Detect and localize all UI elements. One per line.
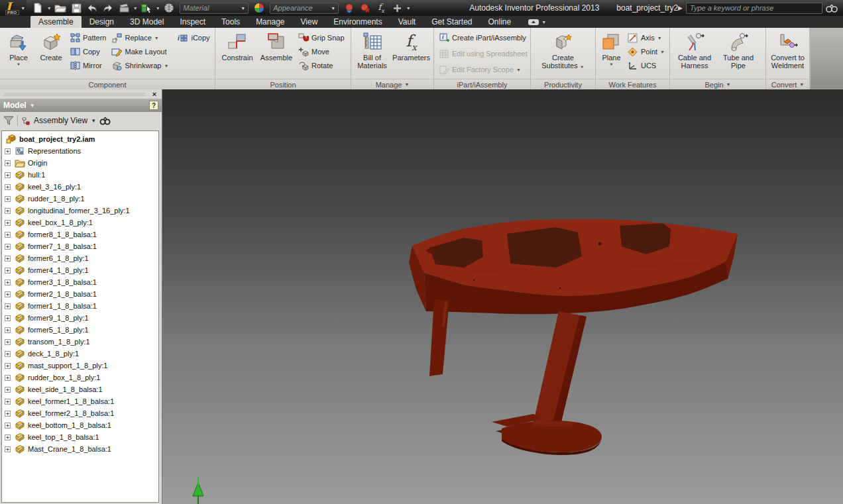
panel-footer-position[interactable]: Position (215, 79, 351, 89)
expander-icon[interactable]: + (5, 196, 11, 202)
panel-footer-convert[interactable]: Convert ▼ (766, 79, 809, 89)
tab-get-started[interactable]: Get Started (423, 16, 480, 28)
ribbon-display-toggle[interactable]: ▼ (528, 16, 546, 28)
tree-item-origin[interactable]: + Origin (2, 157, 158, 169)
parameters-quick-button[interactable]: fx (374, 1, 388, 15)
panel-footer-manage[interactable]: Manage ▼ (351, 79, 433, 89)
viewport-3d[interactable] (162, 89, 843, 504)
appearance-wheel-button[interactable] (252, 1, 266, 15)
tab-tools[interactable]: Tools (213, 16, 248, 28)
expander-icon[interactable]: + (5, 303, 11, 309)
tree-item-boat-project-try2-iam[interactable]: boat_project_try2.iam (2, 133, 158, 145)
tree-item-rudder-box-1-8-ply-1[interactable]: + rudder_box_1_8_ply:1 (2, 372, 158, 383)
axis-button[interactable]: Axis ▼ (626, 32, 667, 44)
expander-icon[interactable]: + (5, 351, 11, 357)
expander-icon[interactable]: + (5, 268, 11, 274)
place-button[interactable]: Place ▼ (3, 30, 34, 67)
expander-icon[interactable]: + (5, 232, 11, 238)
expander-icon[interactable]: + (5, 446, 11, 452)
rotate-button[interactable]: Rotate (296, 60, 347, 72)
select-priority-button[interactable] (139, 1, 154, 15)
shrinkwrap-button[interactable]: Shrinkwrap ▼ (109, 60, 170, 72)
expander-icon[interactable]: + (5, 220, 11, 226)
expander-icon[interactable]: + (5, 411, 11, 417)
material-dropdown[interactable]: Material ▼ (180, 3, 249, 14)
expander-icon[interactable]: + (5, 256, 11, 262)
ucs-button[interactable]: UCS (626, 60, 667, 72)
panel-footer-ipart[interactable]: iPart/iAssembly (434, 79, 530, 89)
new-file-button[interactable] (30, 1, 45, 15)
boat-model[interactable] (162, 89, 843, 504)
tab-manage[interactable]: Manage (248, 16, 292, 28)
pattern-button[interactable]: Pattern (68, 32, 108, 44)
create-substitutes-button[interactable]: Create Substitutes ▼ (537, 30, 589, 71)
expander-icon[interactable]: + (5, 315, 11, 321)
expander-icon[interactable]: + (5, 172, 11, 178)
assembly-view-selector[interactable]: Assembly View (34, 116, 87, 125)
select-priority-caret-icon[interactable]: ▼ (155, 6, 160, 11)
expander-icon[interactable]: + (5, 291, 11, 297)
expander-icon[interactable]: + (5, 363, 11, 369)
expander-icon[interactable]: + (5, 160, 11, 166)
tab-inspect[interactable]: Inspect (172, 16, 213, 28)
expander-icon[interactable]: + (5, 208, 11, 214)
tree-item-keel-former1-1-8-balsa-1[interactable]: + keel_former1_1_8_balsa:1 (2, 395, 158, 407)
adjust-appearance-button[interactable] (342, 1, 357, 15)
expander-icon[interactable]: + (5, 423, 11, 428)
qat-overflow-caret-icon[interactable]: ▼ (406, 6, 411, 11)
browser-help-button[interactable]: ? (149, 101, 158, 110)
tree-item-rudder-1-8-ply-1[interactable]: + rudder_1_8_ply:1 (2, 193, 158, 205)
open-button[interactable] (53, 1, 68, 15)
save-button[interactable] (69, 1, 84, 15)
application-menu-button[interactable]: I PRO ▼ (0, 0, 27, 16)
plane-button[interactable]: Plane ▼ (598, 30, 624, 67)
search-binoculars-icon[interactable] (826, 3, 838, 13)
tree-item-mast-crane-1-8-balsa-1[interactable]: + Mast_Crane_1_8_balsa:1 (2, 443, 158, 455)
create-ipart-iassembly-button[interactable]: i Create iPart/iAssembly (437, 32, 530, 44)
expander-icon[interactable]: + (5, 327, 11, 333)
expander-icon[interactable]: + (5, 434, 11, 440)
expander-icon[interactable]: + (5, 339, 11, 345)
convert-to-weldment-button[interactable]: Convert toWeldment (769, 30, 807, 70)
bill-of-materials-button[interactable]: Bill ofMaterials (354, 30, 390, 70)
tab-environments[interactable]: Environments (325, 16, 390, 28)
tree-item-deck-1-8-ply-1[interactable]: + deck_1_8_ply:1 (2, 348, 158, 360)
tree-item-hull-1[interactable]: + hull:1 (2, 169, 158, 181)
panel-footer-productivity[interactable]: Productivity (531, 79, 595, 89)
tree-item-former1-1-8-balsa-1[interactable]: + former1_1_8_balsa:1 (2, 300, 158, 312)
expander-icon[interactable]: + (5, 375, 11, 381)
tree-item-former2-1-8-balsa-1[interactable]: + former2_1_8_balsa:1 (2, 288, 158, 300)
panel-footer-work-features[interactable]: Work Features (596, 79, 669, 89)
parameters-button[interactable]: fx Parameters (392, 30, 431, 62)
replace-button[interactable]: Replace ▼ (109, 32, 170, 44)
expander-icon[interactable]: + (5, 387, 11, 393)
redo-button[interactable] (101, 1, 115, 15)
tab-design[interactable]: Design (82, 16, 122, 28)
tree-item-keel-side-1-8-balsa-1[interactable]: + keel_side_1_8_balsa:1 (2, 383, 158, 395)
tree-item-former8-1-8-balsa-1[interactable]: + former8_1_8_balsa:1 (2, 228, 158, 240)
appearance-dropdown[interactable]: Appearance ▼ (270, 3, 339, 14)
customize-qat-add-button[interactable] (390, 1, 404, 15)
assembly-view-caret-icon[interactable]: ▼ (91, 118, 96, 124)
help-search-input[interactable] (686, 3, 822, 14)
tree-item-mast-support-1-8-ply-1[interactable]: + mast_support_1_8_ply:1 (2, 360, 158, 372)
undo-button[interactable] (85, 1, 99, 15)
tab-view[interactable]: View (293, 16, 326, 28)
tree-item-keel-3-16-ply-1[interactable]: + keel_3_16_ply:1 (2, 181, 158, 193)
tree-item-former7-1-8-balsa-1[interactable]: + former7_1_8_balsa:1 (2, 240, 158, 252)
copy-button[interactable]: Copy (68, 46, 108, 58)
panel-footer-begin[interactable]: Begin ▼ (670, 79, 765, 89)
tree-item-former5-1-8-ply-1[interactable]: + former5_1_8_ply:1 (2, 324, 158, 336)
tree-item-representations[interactable]: + Representations (2, 145, 158, 157)
tree-item-longitudinal-former-3-16-ply-1[interactable]: + longitudinal_former_3_16_ply:1 (2, 205, 158, 217)
tab-vault[interactable]: Vault (390, 16, 423, 28)
grip-snap-button[interactable]: Grip Snap (296, 32, 347, 44)
print-button[interactable] (117, 1, 131, 15)
panel-footer-component[interactable]: Component (0, 79, 215, 89)
expander-icon[interactable]: + (5, 244, 11, 250)
point-button[interactable]: Point ▼ (626, 46, 667, 58)
new-file-caret-icon[interactable]: ▼ (46, 6, 52, 11)
cable-and-harness-button[interactable]: Cable andHarness (673, 30, 716, 70)
clear-appearance-button[interactable] (358, 1, 372, 15)
iproperties-button[interactable] (162, 1, 176, 15)
